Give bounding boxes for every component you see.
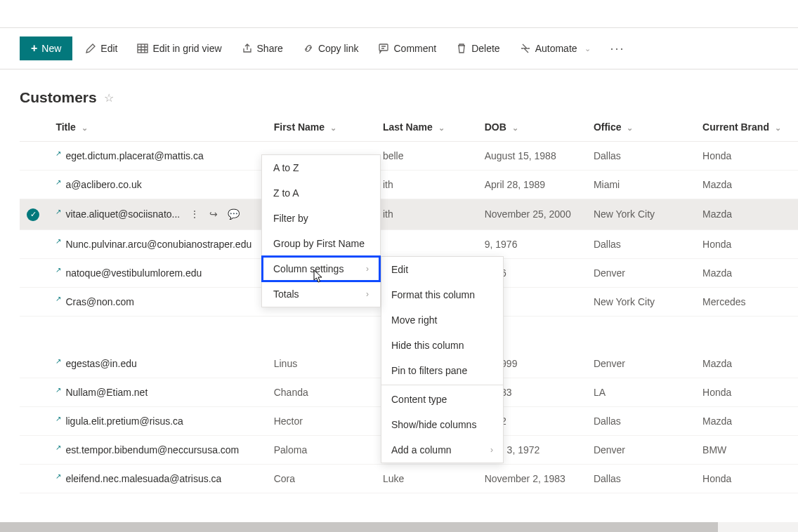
- title-cell[interactable]: ↗est.tempor.bibendum@neccursusa.com: [48, 436, 266, 465]
- dob-cell: 9, 1976: [478, 230, 587, 258]
- select-cell[interactable]: [20, 230, 48, 258]
- edit-button[interactable]: Edit: [78, 39, 124, 58]
- last-name-cell: ith: [376, 199, 478, 230]
- automate-button[interactable]: Automate ⌄: [513, 39, 598, 58]
- submenu-content-type-label: Content type: [391, 394, 447, 405]
- last-name-cell: belle: [376, 142, 478, 171]
- submenu-showhide[interactable]: Show/hide columns: [381, 412, 503, 437]
- delete-label: Delete: [471, 43, 499, 54]
- menu-group-by[interactable]: Group by First Name: [262, 231, 380, 256]
- title-cell[interactable]: ↗egestas@in.edu: [48, 350, 266, 378]
- select-cell[interactable]: [20, 258, 48, 287]
- title-cell[interactable]: ↗Nullam@Etiam.net: [48, 378, 266, 407]
- office-cell: New York City: [587, 287, 695, 316]
- title-text: egestas@in.edu: [65, 358, 136, 369]
- checkmark-icon[interactable]: ✓: [27, 208, 39, 221]
- delete-button[interactable]: Delete: [449, 39, 506, 58]
- dob-cell: November 2, 1983: [478, 465, 587, 493]
- plus-icon: +: [31, 42, 37, 55]
- column-header-dob[interactable]: DOB ⌄: [478, 113, 587, 142]
- overflow-menu-button[interactable]: ···: [603, 37, 632, 60]
- column-header-office[interactable]: Office ⌄: [587, 113, 695, 142]
- submenu-content-type[interactable]: Content type: [381, 387, 503, 412]
- menu-filter-label: Filter by: [273, 213, 308, 224]
- table-row[interactable]: ↗a@aclibero.co.ukithApril 28, 1989MiamiM…: [20, 171, 798, 199]
- submenu-edit[interactable]: Edit: [381, 257, 503, 282]
- menu-filter-by[interactable]: Filter by: [262, 206, 380, 231]
- office-cell: Dallas: [587, 407, 695, 436]
- title-cell[interactable]: ↗Cras@non.com: [48, 287, 266, 316]
- select-cell[interactable]: [20, 378, 48, 407]
- select-cell[interactable]: [20, 287, 48, 316]
- submenu-pin[interactable]: Pin to filters pane: [381, 358, 503, 383]
- copy-link-button[interactable]: Copy link: [296, 39, 366, 58]
- submenu-format-label: Format this column: [391, 289, 475, 300]
- comment-button[interactable]: Comment: [371, 39, 443, 58]
- brand-cell: BMW: [695, 436, 798, 465]
- brand-cell: Honda: [695, 142, 798, 171]
- submenu-divider: [381, 385, 503, 385]
- column-header-first-name[interactable]: First Name ⌄: [267, 113, 376, 142]
- row-comment-icon[interactable]: 💬: [228, 208, 240, 220]
- menu-sort-za[interactable]: Z to A: [262, 180, 380, 206]
- office-cell: Denver: [587, 258, 695, 287]
- submenu-move-right-label: Move right: [391, 314, 437, 326]
- menu-totals[interactable]: Totals ›: [262, 281, 380, 307]
- title-cell[interactable]: ↗eget.dictum.placerat@mattis.ca: [48, 142, 266, 171]
- select-cell[interactable]: [20, 465, 48, 493]
- new-button[interactable]: + New: [20, 36, 72, 60]
- dob-cell: November 25, 2000: [478, 199, 587, 230]
- column-header-last-name[interactable]: Last Name ⌄: [376, 113, 478, 142]
- brand-cell: Honda: [695, 230, 798, 258]
- title-text: a@aclibero.co.uk: [65, 179, 141, 190]
- col-ln-label: Last Name: [383, 121, 433, 133]
- table-row[interactable]: ↗Nunc.pulvinar.arcu@conubianostraper.edu…: [20, 230, 798, 258]
- table-row[interactable]: ↗eget.dictum.placerat@mattis.cabelleAugu…: [20, 142, 798, 171]
- select-cell[interactable]: [20, 142, 48, 171]
- favorite-star-icon[interactable]: ☆: [104, 91, 114, 105]
- col-office-label: Office: [594, 121, 622, 133]
- title-cell[interactable]: ↗Nunc.pulvinar.arcu@conubianostraper.edu: [48, 230, 266, 258]
- title-cell[interactable]: ↗ligula.elit.pretium@risus.ca: [48, 407, 266, 436]
- submenu-add-column[interactable]: Add a column ›: [381, 437, 503, 463]
- select-cell[interactable]: [20, 350, 48, 378]
- select-cell[interactable]: [20, 436, 48, 465]
- title-cell[interactable]: ↗vitae.aliquet@sociisnato...⋮↪💬: [48, 199, 266, 230]
- submenu-format[interactable]: Format this column: [381, 282, 503, 307]
- menu-sort-az[interactable]: A to Z: [262, 155, 380, 180]
- title-accent-icon: ↗: [55, 415, 61, 423]
- title-text: Nunc.pulvinar.arcu@conubianostraper.edu: [65, 239, 251, 250]
- row-share-icon[interactable]: ↪: [209, 208, 218, 220]
- title-cell[interactable]: ↗natoque@vestibulumlorem.edu: [48, 258, 266, 287]
- submenu-hide-label: Hide this column: [391, 340, 464, 351]
- office-cell: Miami: [587, 171, 695, 199]
- comment-icon: [378, 43, 389, 54]
- submenu-move-right[interactable]: Move right: [381, 307, 503, 333]
- title-text: natoque@vestibulumlorem.edu: [65, 267, 202, 279]
- edit-label: Edit: [100, 43, 117, 54]
- select-cell[interactable]: [20, 171, 48, 199]
- title-accent-icon: ↗: [55, 444, 61, 451]
- select-cell[interactable]: ✓: [20, 199, 48, 230]
- column-header-brand[interactable]: Current Brand ⌄: [695, 113, 798, 142]
- office-cell: Dallas: [587, 142, 695, 171]
- office-cell: Dallas: [587, 465, 695, 493]
- edit-grid-button[interactable]: Edit in grid view: [130, 39, 228, 58]
- title-cell[interactable]: ↗a@aclibero.co.uk: [48, 171, 266, 199]
- column-header-select[interactable]: [20, 113, 48, 142]
- menu-sort-za-label: Z to A: [273, 187, 299, 199]
- column-header-title[interactable]: Title ⌄: [48, 113, 266, 142]
- title-text: ligula.elit.pretium@risus.ca: [65, 415, 183, 427]
- new-label: New: [41, 43, 61, 54]
- submenu-hide[interactable]: Hide this column: [381, 333, 503, 358]
- table-row[interactable]: ↗eleifend.nec.malesuada@atrisus.caCoraLu…: [20, 465, 798, 493]
- table-row[interactable]: ✓↗vitae.aliquet@sociisnato...⋮↪💬ithNovem…: [20, 199, 798, 230]
- row-more-icon[interactable]: ⋮: [190, 208, 200, 220]
- title-accent-icon: ↗: [55, 387, 61, 394]
- share-button[interactable]: Share: [235, 39, 290, 58]
- select-cell[interactable]: [20, 407, 48, 436]
- column-context-menu: A to Z Z to A Filter by Group by First N…: [261, 154, 381, 307]
- menu-column-settings[interactable]: Column settings ›: [262, 256, 380, 281]
- title-cell[interactable]: ↗eleifend.nec.malesuada@atrisus.ca: [48, 465, 266, 493]
- title-accent-icon: ↗: [55, 473, 61, 480]
